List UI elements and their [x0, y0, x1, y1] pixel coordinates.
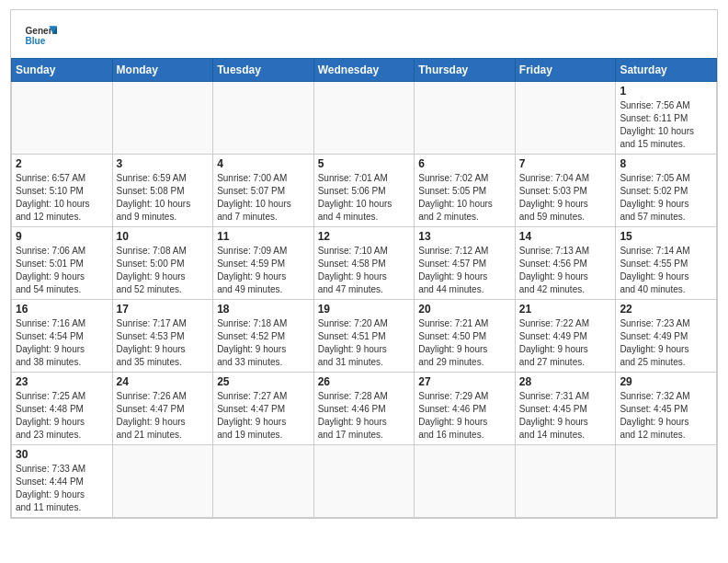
calendar-day-cell: 2Sunrise: 6:57 AM Sunset: 5:10 PM Daylig… [12, 155, 113, 227]
calendar-day-cell [313, 445, 415, 518]
day-of-week-header: Sunday [12, 59, 113, 82]
calendar-week-row: 9Sunrise: 7:06 AM Sunset: 5:01 PM Daylig… [12, 227, 717, 300]
calendar-day-cell [112, 82, 213, 155]
day-info: Sunrise: 7:31 AM Sunset: 4:45 PM Dayligh… [519, 390, 612, 442]
calendar-day-cell: 13Sunrise: 7:12 AM Sunset: 4:57 PM Dayli… [415, 227, 516, 300]
calendar-body: 1Sunrise: 7:56 AM Sunset: 6:11 PM Daylig… [12, 82, 717, 518]
day-info: Sunrise: 7:25 AM Sunset: 4:48 PM Dayligh… [16, 390, 108, 442]
calendar-day-cell [213, 445, 314, 518]
day-number: 8 [620, 157, 712, 170]
calendar-week-row: 23Sunrise: 7:25 AM Sunset: 4:48 PM Dayli… [12, 373, 717, 445]
day-number: 7 [519, 157, 612, 170]
calendar-day-cell: 4Sunrise: 7:00 AM Sunset: 5:07 PM Daylig… [213, 155, 314, 227]
day-number: 12 [318, 230, 411, 243]
page-wrapper: General Blue SundayMondayTuesdayWednesda… [10, 9, 718, 519]
day-info: Sunrise: 7:09 AM Sunset: 4:59 PM Dayligh… [217, 245, 310, 296]
calendar-day-cell: 9Sunrise: 7:06 AM Sunset: 5:01 PM Daylig… [12, 227, 113, 300]
day-info: Sunrise: 7:16 AM Sunset: 4:54 PM Dayligh… [16, 317, 108, 369]
day-info: Sunrise: 7:27 AM Sunset: 4:47 PM Dayligh… [217, 390, 310, 442]
calendar-day-cell: 21Sunrise: 7:22 AM Sunset: 4:49 PM Dayli… [515, 300, 616, 373]
calendar-day-cell: 17Sunrise: 7:17 AM Sunset: 4:53 PM Dayli… [112, 300, 213, 373]
day-info: Sunrise: 7:32 AM Sunset: 4:45 PM Dayligh… [620, 390, 712, 442]
calendar-day-cell [415, 445, 516, 518]
day-number: 29 [620, 375, 712, 388]
day-number: 10 [117, 230, 210, 243]
day-info: Sunrise: 7:28 AM Sunset: 4:46 PM Dayligh… [318, 390, 411, 442]
day-number: 16 [16, 303, 108, 316]
day-number: 25 [217, 375, 310, 388]
day-number: 14 [519, 230, 612, 243]
calendar-day-cell: 10Sunrise: 7:08 AM Sunset: 5:00 PM Dayli… [112, 227, 213, 300]
calendar-day-cell: 6Sunrise: 7:02 AM Sunset: 5:05 PM Daylig… [415, 155, 516, 227]
day-info: Sunrise: 7:21 AM Sunset: 4:50 PM Dayligh… [418, 317, 511, 369]
calendar-day-cell: 5Sunrise: 7:01 AM Sunset: 5:06 PM Daylig… [313, 155, 415, 227]
logo: General Blue [24, 19, 57, 52]
day-number: 30 [16, 448, 108, 461]
calendar: SundayMondayTuesdayWednesdayThursdayFrid… [11, 58, 717, 518]
calendar-day-cell [515, 445, 616, 518]
day-info: Sunrise: 7:14 AM Sunset: 4:55 PM Dayligh… [620, 245, 712, 296]
day-number: 18 [217, 303, 310, 316]
calendar-day-cell: 27Sunrise: 7:29 AM Sunset: 4:46 PM Dayli… [415, 373, 516, 445]
calendar-week-row: 1Sunrise: 7:56 AM Sunset: 6:11 PM Daylig… [12, 82, 717, 155]
day-number: 24 [117, 375, 210, 388]
calendar-day-cell [213, 82, 314, 155]
day-info: Sunrise: 7:12 AM Sunset: 4:57 PM Dayligh… [418, 245, 511, 296]
day-number: 17 [117, 303, 210, 316]
day-number: 4 [217, 157, 310, 170]
calendar-day-cell [515, 82, 616, 155]
calendar-day-cell [415, 82, 516, 155]
day-of-week-header: Friday [515, 59, 616, 82]
day-info: Sunrise: 7:29 AM Sunset: 4:46 PM Dayligh… [418, 390, 511, 442]
calendar-day-cell: 15Sunrise: 7:14 AM Sunset: 4:55 PM Dayli… [616, 227, 717, 300]
calendar-header: SundayMondayTuesdayWednesdayThursdayFrid… [12, 59, 717, 82]
day-number: 9 [16, 230, 108, 243]
day-info: Sunrise: 7:01 AM Sunset: 5:06 PM Dayligh… [318, 172, 411, 224]
calendar-day-cell: 11Sunrise: 7:09 AM Sunset: 4:59 PM Dayli… [213, 227, 314, 300]
day-info: Sunrise: 7:26 AM Sunset: 4:47 PM Dayligh… [117, 390, 210, 442]
day-info: Sunrise: 7:05 AM Sunset: 5:02 PM Dayligh… [620, 172, 712, 224]
day-number: 13 [418, 230, 511, 243]
calendar-day-cell: 24Sunrise: 7:26 AM Sunset: 4:47 PM Dayli… [112, 373, 213, 445]
calendar-week-row: 2Sunrise: 6:57 AM Sunset: 5:10 PM Daylig… [12, 155, 717, 227]
calendar-day-cell: 25Sunrise: 7:27 AM Sunset: 4:47 PM Dayli… [213, 373, 314, 445]
day-number: 1 [620, 85, 712, 98]
day-number: 5 [318, 157, 411, 170]
day-info: Sunrise: 6:57 AM Sunset: 5:10 PM Dayligh… [16, 172, 108, 224]
svg-text:Blue: Blue [25, 36, 45, 46]
day-number: 27 [418, 375, 511, 388]
day-info: Sunrise: 7:20 AM Sunset: 4:51 PM Dayligh… [318, 317, 411, 369]
day-info: Sunrise: 7:04 AM Sunset: 5:03 PM Dayligh… [519, 172, 612, 224]
day-of-week-header: Thursday [415, 59, 516, 82]
day-info: Sunrise: 7:23 AM Sunset: 4:49 PM Dayligh… [620, 317, 712, 369]
day-of-week-header: Tuesday [213, 59, 314, 82]
day-info: Sunrise: 7:06 AM Sunset: 5:01 PM Dayligh… [16, 245, 108, 296]
calendar-day-cell: 12Sunrise: 7:10 AM Sunset: 4:58 PM Dayli… [313, 227, 415, 300]
day-of-week-header: Saturday [616, 59, 717, 82]
day-number: 26 [318, 375, 411, 388]
calendar-day-cell: 8Sunrise: 7:05 AM Sunset: 5:02 PM Daylig… [616, 155, 717, 227]
calendar-day-cell: 3Sunrise: 6:59 AM Sunset: 5:08 PM Daylig… [112, 155, 213, 227]
calendar-day-cell: 22Sunrise: 7:23 AM Sunset: 4:49 PM Dayli… [616, 300, 717, 373]
calendar-day-cell: 26Sunrise: 7:28 AM Sunset: 4:46 PM Dayli… [313, 373, 415, 445]
calendar-day-cell: 19Sunrise: 7:20 AM Sunset: 4:51 PM Dayli… [313, 300, 415, 373]
day-info: Sunrise: 7:10 AM Sunset: 4:58 PM Dayligh… [318, 245, 411, 296]
calendar-day-cell: 20Sunrise: 7:21 AM Sunset: 4:50 PM Dayli… [415, 300, 516, 373]
calendar-day-cell: 23Sunrise: 7:25 AM Sunset: 4:48 PM Dayli… [12, 373, 113, 445]
calendar-day-cell: 18Sunrise: 7:18 AM Sunset: 4:52 PM Dayli… [213, 300, 314, 373]
day-of-week-header: Monday [112, 59, 213, 82]
day-number: 28 [519, 375, 612, 388]
day-info: Sunrise: 7:33 AM Sunset: 4:44 PM Dayligh… [16, 463, 108, 514]
calendar-day-cell: 14Sunrise: 7:13 AM Sunset: 4:56 PM Dayli… [515, 227, 616, 300]
calendar-day-cell: 28Sunrise: 7:31 AM Sunset: 4:45 PM Dayli… [515, 373, 616, 445]
day-number: 20 [418, 303, 511, 316]
day-number: 6 [418, 157, 511, 170]
day-info: Sunrise: 7:22 AM Sunset: 4:49 PM Dayligh… [519, 317, 612, 369]
calendar-day-cell: 29Sunrise: 7:32 AM Sunset: 4:45 PM Dayli… [616, 373, 717, 445]
day-info: Sunrise: 7:56 AM Sunset: 6:11 PM Dayligh… [620, 99, 712, 151]
logo-icon: General Blue [24, 19, 57, 52]
day-of-week-header: Wednesday [313, 59, 415, 82]
day-number: 3 [117, 157, 210, 170]
calendar-day-cell [12, 82, 113, 155]
calendar-day-cell [112, 445, 213, 518]
